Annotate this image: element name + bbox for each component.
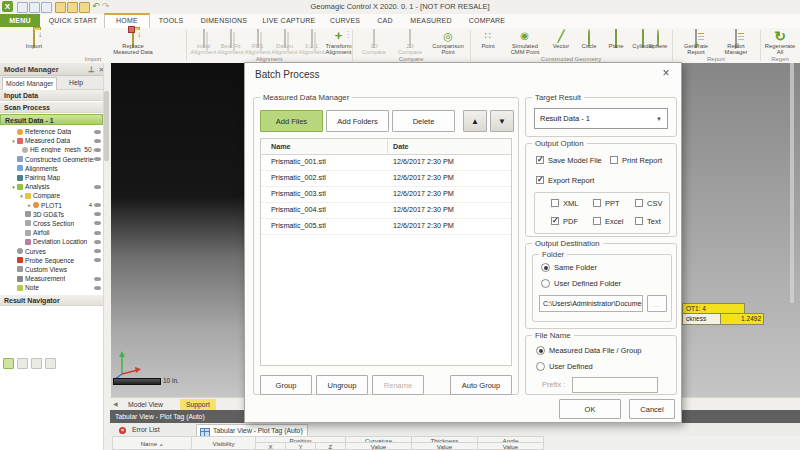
visibility-eye-icon[interactable] [94,249,101,253]
generate-report-button[interactable]: + Generate Report [676,29,716,55]
tree-item-cross-section[interactable]: Cross Section [0,219,103,228]
file-row[interactable]: Prismatic_002.stl12/6/2017 2:30 PM [261,170,511,187]
tree-item-mesh[interactable]: HE engine_mesh_50 perc... [0,145,103,154]
file-row[interactable]: Prismatic_001.stl12/6/2017 2:30 PM [261,154,511,171]
user-defined-folder-radio[interactable] [541,279,550,288]
tab-cad[interactable]: CAD [368,14,402,27]
tree-item-measured-data[interactable]: ▾Measured Data [0,136,103,145]
move-up-button[interactable]: ▲ [463,110,487,132]
column-header-curvature-value[interactable]: Value [345,442,412,450]
column-header-thickness-value[interactable]: Value [411,442,478,450]
column-header-name[interactable]: Name ▲ [112,436,192,450]
tab-help[interactable]: Help [66,77,86,89]
point-button[interactable]: ∷ Point [473,29,503,55]
tree-item-curves[interactable]: Curves [0,246,103,255]
result-prev-icon[interactable] [17,358,28,369]
scroll-left-icon[interactable]: ◀ [113,400,118,407]
excel-checkbox[interactable] [593,217,601,225]
tree-item-measurement[interactable]: Measurement [0,274,103,283]
tab-error-list[interactable]: ×Error List [116,424,164,436]
sphere-button[interactable]: Sphere [645,29,671,55]
replace-measured-data-button[interactable]: ↓ Replace Measured Data [96,29,170,55]
rps-alignment-button[interactable]: RPS Alignment [244,29,271,55]
add-files-button[interactable]: Add Files [260,110,323,132]
tree-item-3d-gdts[interactable]: 3D GD&Ts [0,210,103,219]
collapse-arrow-icon[interactable]: ▾ [10,138,17,144]
ungroup-button[interactable]: Ungroup [316,375,368,395]
panel-scrollbar-thumb[interactable] [104,91,109,161]
regenerate-all-button[interactable]: ↻ Regenerate All [762,29,798,55]
column-header-visibility[interactable]: Visibility [191,436,256,450]
file-column-name[interactable]: Name [271,139,291,154]
3d-viewport-right[interactable] [682,63,800,410]
print-report-checkbox[interactable] [610,156,618,164]
csv-checkbox[interactable] [635,199,643,207]
initial-alignment-button[interactable]: Initial Alignment [190,29,217,55]
import-folder-icon[interactable] [55,2,66,13]
app-logo-icon[interactable]: X [2,1,13,12]
tree-item-plot1[interactable]: ▸PLOT14 [0,201,103,210]
text-checkbox[interactable] [635,217,643,225]
tab-tools[interactable]: TOOLS [150,14,192,27]
circle-button[interactable]: Circle [575,29,603,55]
visibility-eye-icon[interactable] [94,148,101,152]
comparison-point-button[interactable]: ◎ Comparison Point [428,29,468,55]
column-header-y[interactable]: Y [285,442,316,450]
tree-item-airfoil[interactable]: Airfoil [0,228,103,237]
ok-button[interactable]: OK [559,399,621,419]
section-result-navigator[interactable]: Result Navigator [0,295,103,306]
tab-model-manager[interactable]: Model Manager [2,77,57,90]
column-header-z[interactable]: Z [315,442,346,450]
visibility-eye-icon[interactable] [94,185,101,189]
best-fit-alignment-button[interactable]: Best Fit Alignment [217,29,244,55]
column-header-angle-value[interactable]: Value [477,442,544,450]
xml-checkbox[interactable] [551,199,559,207]
2d-compare-button[interactable]: 2D Compare [392,29,428,55]
export-folder-icon[interactable] [67,2,78,13]
tree-item-compare[interactable]: ▾Compare [0,191,103,200]
vector-button[interactable]: ╱ Vector [547,29,575,55]
result-next-icon[interactable] [31,358,42,369]
pdf-checkbox[interactable] [551,217,559,225]
new-file-icon[interactable] [17,2,28,13]
plane-button[interactable]: Plane [603,29,629,55]
file-row[interactable]: Prismatic_003.stl12/6/2017 2:30 PM [261,186,511,203]
tab-home[interactable]: HOME [104,13,150,28]
tree-item-deviation-location[interactable]: Deviation Location [0,237,103,246]
pin-icon[interactable]: ⊥ [88,66,95,74]
model-set-icon[interactable] [3,358,14,369]
tree-item-reference-data[interactable]: Reference Data [0,127,103,136]
export-report-checkbox[interactable] [536,176,544,184]
column-header-x[interactable]: X [255,442,286,450]
save-model-file-checkbox[interactable] [536,156,544,164]
visibility-eye-icon[interactable] [94,231,101,235]
prefix-input[interactable] [572,377,658,393]
tree-item-analysis[interactable]: ▾Analysis [0,182,103,191]
recent-folder-icon[interactable] [79,2,90,13]
tab-live-capture[interactable]: LIVE CAPTURE [256,14,322,27]
folder-path-input[interactable]: C:\Users\Administrator\Documents [539,295,643,312]
rename-button[interactable]: Rename [372,375,424,395]
tree-item-alignments[interactable]: Alignments [0,164,103,173]
321-alignment-button[interactable]: 3-2-1 Alignment [298,29,325,55]
tree-item-custom-views[interactable]: Custom Views [0,265,103,274]
visibility-eye-icon[interactable] [94,277,101,281]
visibility-eye-icon[interactable] [94,130,101,134]
collapse-arrow-icon[interactable]: ▾ [10,184,17,190]
delete-button[interactable]: Delete [392,110,455,132]
tree-item-note[interactable]: Note [0,283,103,292]
visibility-eye-icon[interactable] [94,212,101,216]
visibility-eye-icon[interactable] [94,203,101,207]
dialog-close-icon[interactable]: × [659,66,673,80]
import-button[interactable]: ↓ Import [8,29,60,55]
visibility-eye-icon[interactable] [94,221,101,225]
ppt-checkbox[interactable] [593,199,601,207]
tree-item-probe-sequence[interactable]: Probe Sequence [0,256,103,265]
add-folders-button[interactable]: Add Folders [326,110,389,132]
file-row[interactable]: Prismatic_004.stl12/6/2017 2:30 PM [261,202,511,219]
browse-button[interactable]: ... [647,295,667,312]
tab-measured[interactable]: MEASURED [404,14,458,27]
visibility-eye-icon[interactable] [94,258,101,262]
tab-dimensions[interactable]: DIMENSIONS [194,14,254,27]
expand-arrow-icon[interactable]: ▸ [26,202,33,208]
